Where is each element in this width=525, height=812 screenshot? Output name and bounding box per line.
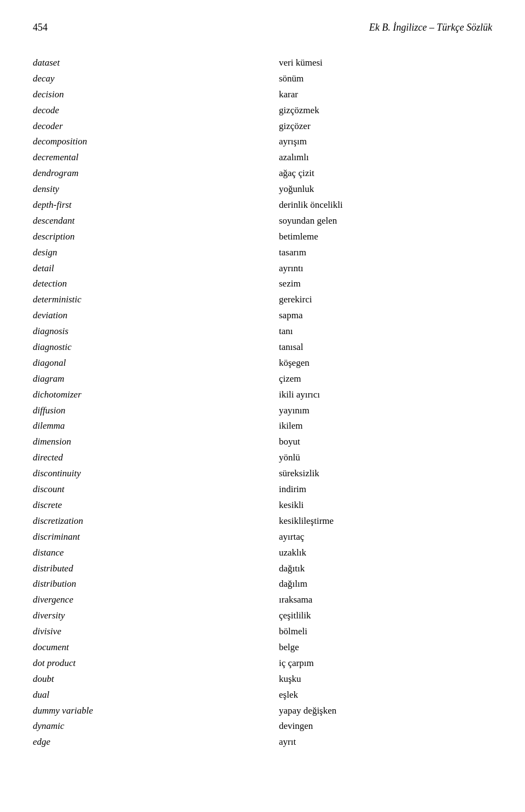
english-term: discrete	[33, 498, 246, 513]
turkish-term: azalımlı	[279, 150, 492, 166]
turkish-term: yoğunluk	[279, 182, 492, 197]
english-term: decode	[33, 103, 246, 119]
english-term: deviation	[33, 308, 246, 324]
turkish-term: yayınım	[279, 403, 492, 419]
turkish-term: gizçözer	[279, 119, 492, 135]
turkish-term: dağıtık	[279, 561, 492, 577]
turkish-term: bölmeli	[279, 624, 492, 640]
turkish-term: ikili ayırıcı	[279, 387, 492, 403]
english-term: design	[33, 245, 246, 261]
english-term: descendant	[33, 213, 246, 229]
turkish-term: çeşitlilik	[279, 608, 492, 624]
turkish-term: ayrışım	[279, 134, 492, 150]
turkish-term: kuşku	[279, 671, 492, 687]
turkish-term: indirim	[279, 482, 492, 498]
english-term: dynamic	[33, 718, 246, 734]
english-term: dummy variable	[33, 703, 246, 719]
turkish-term: uzaklık	[279, 545, 492, 561]
english-term: distributed	[33, 561, 246, 577]
english-term: diagnostic	[33, 340, 246, 355]
english-term: detail	[33, 261, 246, 277]
english-term: dendrogram	[33, 166, 246, 182]
english-term: decoder	[33, 119, 246, 135]
turkish-term: ayrıt	[279, 734, 492, 750]
turkish-term: soyundan gelen	[279, 213, 492, 229]
english-term: diagonal	[33, 355, 246, 371]
english-term: dichotomizer	[33, 387, 246, 403]
turkish-term: veri kümesi	[279, 55, 492, 71]
turkish-term: belge	[279, 640, 492, 656]
english-term: discontinuity	[33, 466, 246, 482]
turkish-term: eşlek	[279, 687, 492, 703]
dictionary-content: datasetveri kümesidecaysönümdecisionkara…	[33, 55, 492, 750]
english-term: dual	[33, 687, 246, 703]
turkish-term: ayrıntı	[279, 261, 492, 277]
turkish-term: boyut	[279, 434, 492, 450]
english-term: diagnosis	[33, 324, 246, 340]
english-term: dot product	[33, 656, 246, 671]
page-number: 454	[33, 22, 48, 33]
page-title: Ek B. İngilizce – Türkçe Sözlük	[369, 22, 492, 33]
english-term: divergence	[33, 592, 246, 608]
turkish-term: iç çarpım	[279, 656, 492, 671]
english-term: detection	[33, 276, 246, 292]
turkish-term: ağaç çizit	[279, 166, 492, 182]
turkish-term: betimleme	[279, 229, 492, 245]
turkish-term: ayırtaç	[279, 529, 492, 545]
english-term: document	[33, 640, 246, 656]
english-term: divisive	[33, 624, 246, 640]
english-term: decay	[33, 71, 246, 87]
english-term: directed	[33, 450, 246, 466]
turkish-term: çizem	[279, 371, 492, 387]
english-term: discriminant	[33, 529, 246, 545]
turkish-term: sönüm	[279, 71, 492, 87]
english-term: decision	[33, 87, 246, 103]
english-term: deterministic	[33, 292, 246, 308]
turkish-term: kesikli	[279, 498, 492, 513]
turkish-term: dağılım	[279, 576, 492, 592]
english-term: depth-first	[33, 197, 246, 213]
english-term: discount	[33, 482, 246, 498]
english-term: decomposition	[33, 134, 246, 150]
turkish-term: köşegen	[279, 355, 492, 371]
english-term: dataset	[33, 55, 246, 71]
turkish-term: tanı	[279, 324, 492, 340]
turkish-term: sezim	[279, 276, 492, 292]
turkish-term: tasarım	[279, 245, 492, 261]
english-term: dimension	[33, 434, 246, 450]
turkish-term: devingen	[279, 718, 492, 734]
english-term: edge	[33, 734, 246, 750]
page-header: 454 Ek B. İngilizce – Türkçe Sözlük	[33, 22, 492, 33]
turkish-term: sapma	[279, 308, 492, 324]
turkish-term: karar	[279, 87, 492, 103]
turkish-term: derinlik öncelikli	[279, 197, 492, 213]
english-term: decremental	[33, 150, 246, 166]
english-term: dilemma	[33, 418, 246, 434]
english-term: density	[33, 182, 246, 197]
turkish-term: tanısal	[279, 340, 492, 355]
turkish-term: ikilem	[279, 418, 492, 434]
english-term: diffusion	[33, 403, 246, 419]
english-term: diagram	[33, 371, 246, 387]
english-term: doubt	[33, 671, 246, 687]
english-term: distance	[33, 545, 246, 561]
turkish-term: yönlü	[279, 450, 492, 466]
english-term: discretization	[33, 513, 246, 529]
turkish-term: gerekirci	[279, 292, 492, 308]
english-term: description	[33, 229, 246, 245]
english-term: diversity	[33, 608, 246, 624]
turkish-term: kesiklileştirme	[279, 513, 492, 529]
turkish-term: ıraksama	[279, 592, 492, 608]
turkish-term: yapay değişken	[279, 703, 492, 719]
turkish-term: süreksizlik	[279, 466, 492, 482]
turkish-term: gizçözmek	[279, 103, 492, 119]
english-term: distribution	[33, 576, 246, 592]
